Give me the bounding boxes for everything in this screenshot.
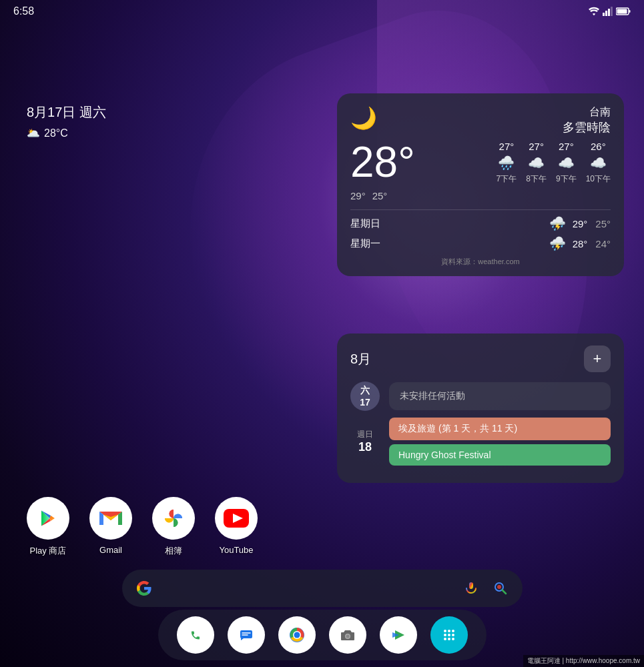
- calendar-event-date-1: 週日 18: [350, 429, 380, 454]
- youtube-svg: [223, 508, 250, 528]
- hourly-temp-1: 27°: [526, 141, 547, 152]
- weather-main-icon: 🌙: [350, 105, 377, 131]
- svg-rect-1: [605, 11, 607, 16]
- status-icons: [588, 7, 631, 16]
- svg-point-22: [294, 632, 300, 638]
- search-mic-button[interactable]: [460, 577, 482, 600]
- weather-condition: 多雲時陰: [563, 119, 611, 135]
- youtube-icon: [215, 497, 258, 540]
- calendar-week-label: 週日: [350, 429, 380, 440]
- calendar-event-day-num: 18: [350, 440, 380, 454]
- svg-rect-11: [469, 582, 473, 589]
- svg-point-32: [452, 630, 454, 632]
- search-lens-button[interactable]: [489, 577, 512, 600]
- hourly-icon-3: ☁️: [586, 155, 611, 171]
- gmail-label: Gmail: [99, 545, 122, 555]
- svg-point-35: [452, 634, 454, 636]
- dock: [158, 610, 487, 660]
- hourly-icon-2: ☁️: [556, 155, 577, 171]
- lens-svg: [493, 581, 508, 596]
- forecast-temps-0: 29° 25°: [573, 218, 611, 229]
- svg-rect-5: [617, 9, 627, 14]
- calendar-month: 8月: [350, 350, 371, 368]
- hourly-time-2: 9下午: [556, 173, 577, 185]
- weather-widget: 🌙 台南 多雲時陰 28° 27° 🌧️ 7下午 27° ☁️ 8下午: [337, 93, 624, 276]
- weather-forecast: 星期日 ⛈️ 29° 25° 星期一 ⛈️ 28° 24°: [350, 215, 611, 251]
- svg-point-17: [186, 625, 206, 645]
- calendar-add-button[interactable]: +: [584, 346, 611, 372]
- app-grid: Play 商店: [27, 497, 258, 557]
- weather-minmax: 29° 25°: [350, 190, 611, 201]
- play-store-svg: [36, 506, 60, 530]
- google-logo: [133, 577, 155, 600]
- mic-svg: [464, 581, 478, 596]
- chrome-svg: [287, 625, 307, 645]
- play-store-label: Play 商店: [30, 545, 67, 557]
- forecast-min-0: 25°: [595, 218, 611, 229]
- svg-rect-3: [611, 7, 613, 16]
- forecast-row-0: 星期日 ⛈️ 29° 25°: [350, 215, 611, 231]
- calendar-event-1[interactable]: 埃及旅遊 (第 1 天，共 11 天): [389, 418, 611, 440]
- forecast-temps-1: 28° 24°: [573, 238, 611, 249]
- hourly-time-3: 10下午: [586, 173, 611, 185]
- svg-rect-6: [629, 10, 631, 13]
- forecast-day-0: 星期日: [350, 217, 543, 230]
- weather-source: 資料來源：weather.com: [350, 257, 611, 267]
- app-icon-photos[interactable]: 相簿: [152, 497, 195, 557]
- hourly-item-2: 27° ☁️ 9下午: [556, 141, 577, 185]
- calendar-today-row: 六 17 未安排任何活動: [350, 382, 611, 411]
- status-bar: 6:58: [0, 0, 644, 23]
- status-time: 6:58: [13, 5, 34, 17]
- hourly-icon-0: 🌧️: [497, 155, 517, 171]
- hourly-temp-2: 27°: [556, 141, 577, 152]
- forecast-row-1: 星期一 ⛈️ 28° 24°: [350, 235, 611, 251]
- weather-city: 台南: [563, 105, 611, 119]
- cloud-icon: 🌥️: [27, 127, 40, 139]
- calendar-event-2[interactable]: Hungry Ghost Festival: [389, 444, 611, 466]
- svg-point-25: [346, 635, 349, 638]
- hourly-icon-1: ☁️: [526, 155, 547, 171]
- messages-svg: [236, 625, 256, 645]
- app-icon-youtube[interactable]: YouTube: [215, 497, 258, 557]
- svg-line-16: [502, 590, 506, 594]
- weather-temp-big: 28°: [350, 141, 415, 183]
- dock-camera[interactable]: [329, 616, 366, 654]
- forecast-day-1: 星期一: [350, 237, 543, 250]
- photos-svg: [162, 506, 186, 530]
- dock-phone[interactable]: [177, 616, 214, 654]
- dock-chrome[interactable]: [278, 616, 316, 654]
- calendar-no-event: 未安排任何活動: [389, 382, 611, 410]
- weather-small: 🌥️ 28°C: [27, 127, 106, 139]
- weather-main-row: 28° 27° 🌧️ 7下午 27° ☁️ 8下午 27° ☁️ 9下午: [350, 141, 611, 185]
- app-icon-gmail[interactable]: Gmail: [89, 497, 132, 557]
- play-store-icon: [27, 497, 69, 540]
- weather-location: 台南 多雲時陰: [563, 105, 611, 135]
- hourly-time-1: 8下午: [526, 173, 547, 185]
- dock-messages[interactable]: [228, 616, 265, 654]
- forecast-max-0: 29°: [573, 218, 588, 229]
- dock-play-games[interactable]: [380, 616, 417, 654]
- hourly-item-3: 26° ☁️ 10下午: [586, 141, 611, 185]
- weather-max: 29°: [350, 190, 366, 201]
- dock-app-drawer[interactable]: [430, 616, 468, 654]
- forecast-icon-1: ⛈️: [549, 235, 566, 251]
- hourly-item-1: 27° ☁️ 8下午: [526, 141, 547, 185]
- svg-point-34: [448, 634, 450, 636]
- search-bar[interactable]: [122, 570, 523, 607]
- svg-point-15: [497, 585, 501, 589]
- svg-rect-2: [608, 9, 610, 16]
- signal-icon: [603, 7, 613, 16]
- app-icon-play-store[interactable]: Play 商店: [27, 497, 69, 557]
- svg-rect-0: [603, 13, 605, 16]
- app-drawer-svg: [439, 625, 459, 645]
- svg-point-36: [444, 638, 446, 640]
- svg-point-33: [444, 634, 446, 636]
- camera-svg: [338, 625, 358, 645]
- weather-small-temp: 28°C: [44, 127, 68, 139]
- svg-point-31: [448, 630, 450, 632]
- weather-hourly: 27° 🌧️ 7下午 27° ☁️ 8下午 27° ☁️ 9下午 26° ☁️: [428, 141, 611, 185]
- date-weather-left: 8月17日 週六 🌥️ 28°C: [27, 103, 106, 139]
- forecast-icon-0: ⛈️: [549, 215, 566, 231]
- weather-min: 25°: [372, 190, 388, 201]
- wifi-icon: [588, 7, 600, 16]
